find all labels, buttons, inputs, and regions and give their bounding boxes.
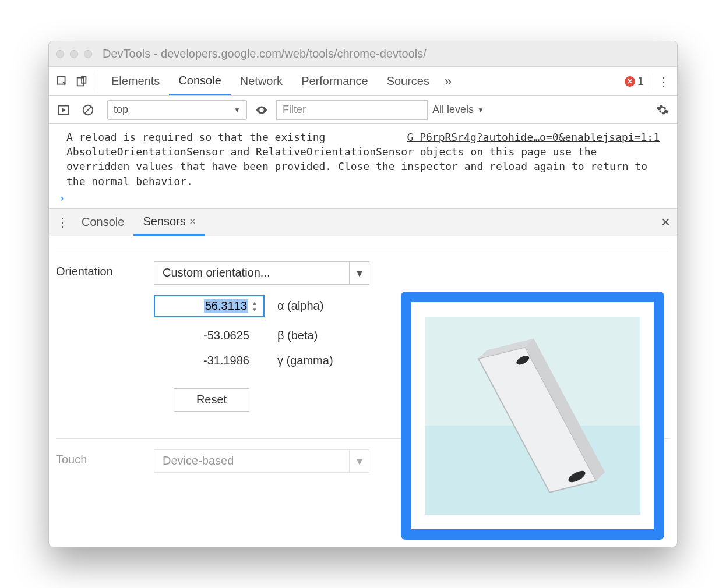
drawer-tab-sensors[interactable]: Sensors × [133, 209, 205, 236]
error-icon: ✕ [625, 76, 635, 87]
touch-label: Touch [56, 449, 143, 466]
main-tabstrip: Elements Console Network Performance Sou… [49, 67, 677, 96]
gamma-label: γ (gamma) [277, 354, 341, 367]
context-selector[interactable]: top ▼ [107, 100, 247, 120]
select-value: Device-based [154, 454, 242, 467]
gamma-row: -31.1986 γ (gamma) [154, 354, 369, 367]
alpha-input[interactable]: 56.3113 ▲▼ [154, 295, 265, 317]
filter-input[interactable]: Filter [276, 100, 428, 120]
tab-label: Sources [387, 75, 429, 88]
close-tab-icon[interactable]: × [189, 215, 196, 228]
reset-label: Reset [196, 393, 227, 406]
log-levels-selector[interactable]: All levels ▼ [432, 104, 484, 116]
filter-placeholder: Filter [283, 104, 306, 116]
drawer-kebab-icon[interactable]: ⋮ [52, 212, 72, 232]
alpha-label: α (alpha) [277, 299, 341, 313]
window-controls [56, 50, 92, 58]
console-output: G P6rpRSr4g?autohide…o=0&enablejsapi=1:1… [49, 124, 677, 191]
chevron-down-icon: ▾ [349, 450, 369, 472]
error-count-badge[interactable]: ✕ 1 [625, 75, 644, 88]
drawer-tab-label: Sensors [143, 215, 185, 228]
orientation-preview-highlight [401, 292, 664, 540]
orientation-fields: 56.3113 ▲▼ α (alpha) -53.0625 β (beta) -… [154, 295, 369, 412]
stepper-icon[interactable]: ▲▼ [252, 299, 261, 314]
window-titlebar: DevTools - developers.google.com/web/too… [49, 41, 677, 67]
devtools-window: DevTools - developers.google.com/web/too… [48, 41, 678, 547]
divider [56, 247, 670, 247]
console-prompt[interactable]: › [49, 191, 677, 208]
inspect-element-icon[interactable] [52, 72, 72, 91]
tabs-overflow-button[interactable]: » [439, 74, 457, 89]
gamma-value[interactable]: -31.1986 [154, 354, 265, 367]
tab-console[interactable]: Console [169, 67, 230, 95]
tab-label: Performance [301, 75, 368, 88]
levels-label: All levels [432, 104, 474, 116]
error-count: 1 [637, 75, 644, 88]
drawer-tab-console[interactable]: Console [72, 209, 133, 236]
tab-elements[interactable]: Elements [102, 67, 169, 95]
alpha-row: 56.3113 ▲▼ α (alpha) [154, 295, 369, 317]
separator [649, 73, 649, 90]
beta-label: β (beta) [277, 329, 341, 342]
chevron-down-icon: ▼ [234, 107, 241, 114]
beta-value[interactable]: -53.0625 [154, 329, 265, 342]
eye-icon[interactable] [252, 100, 272, 120]
drawer-close-button[interactable]: × [661, 213, 670, 231]
message-source-link[interactable]: G P6rpRSr4g?autohide…o=0&enablejsapi=1:1 [407, 130, 660, 144]
chevron-down-icon: ▼ [477, 107, 484, 114]
tab-label: Network [240, 75, 283, 88]
zoom-window-button[interactable] [84, 50, 92, 58]
svg-rect-1 [77, 77, 84, 86]
close-window-button[interactable] [56, 50, 64, 58]
kebab-menu-icon[interactable]: ⋮ [654, 72, 674, 91]
drawer-tab-label: Console [82, 215, 124, 229]
tab-sources[interactable]: Sources [378, 67, 439, 95]
execute-icon[interactable] [54, 100, 73, 120]
orientation-select[interactable]: Custom orientation... ▾ [154, 261, 369, 285]
alpha-value: 56.3113 [204, 299, 248, 313]
reset-button[interactable]: Reset [174, 388, 249, 412]
minimize-window-button[interactable] [70, 50, 78, 58]
tab-label: Elements [111, 75, 160, 88]
drawer-tabstrip: ⋮ Console Sensors × × [49, 208, 677, 236]
settings-gear-icon[interactable] [653, 100, 672, 120]
tab-network[interactable]: Network [231, 67, 292, 95]
separator [97, 73, 97, 90]
clear-console-icon[interactable] [78, 100, 98, 120]
orientation-label: Orientation [56, 261, 143, 278]
svg-line-5 [85, 107, 91, 113]
chevron-down-icon: ▾ [349, 262, 369, 284]
orientation-preview[interactable] [425, 317, 640, 515]
window-title: DevTools - developers.google.com/web/too… [103, 47, 427, 61]
device-toolbar-icon[interactable] [72, 72, 92, 91]
tab-performance[interactable]: Performance [292, 67, 378, 95]
beta-row: -53.0625 β (beta) [154, 329, 369, 342]
tab-label: Console [178, 74, 221, 87]
select-value: Custom orientation... [154, 266, 279, 279]
touch-select[interactable]: Device-based ▾ [154, 449, 369, 473]
console-toolbar: top ▼ Filter All levels ▼ [49, 96, 677, 124]
context-label: top [114, 104, 128, 116]
phone-model-icon [457, 323, 608, 509]
